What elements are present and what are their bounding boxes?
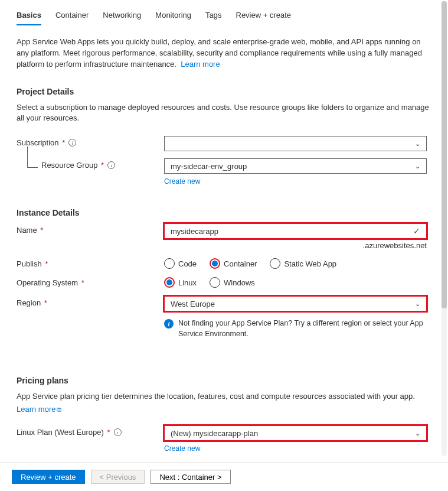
tab-tags[interactable]: Tags: [205, 8, 221, 25]
name-suffix: .azurewebsites.net: [164, 241, 427, 250]
external-link-icon: ⧉: [57, 406, 61, 414]
publish-radio-group: Code Container Static Web App: [164, 257, 427, 269]
chevron-down-icon: ⌄: [415, 300, 420, 308]
review-create-button[interactable]: Review + create: [12, 470, 85, 484]
subscription-select[interactable]: ⌄: [164, 136, 427, 151]
radio-icon: [210, 277, 220, 288]
region-select[interactable]: West Europe ⌄: [164, 296, 427, 311]
info-icon[interactable]: i: [114, 428, 122, 436]
tab-networking[interactable]: Networking: [103, 8, 141, 25]
indent-bracket-icon: [27, 147, 38, 168]
name-input[interactable]: mysidecarapp ✓: [164, 223, 427, 239]
plan-label: Linux Plan (West Europe) * i: [17, 425, 164, 437]
instance-details-heading: Instance Details: [17, 208, 434, 217]
publish-code-option[interactable]: Code: [164, 258, 197, 269]
tab-monitoring[interactable]: Monitoring: [155, 8, 191, 25]
publish-container-option[interactable]: Container: [210, 258, 257, 269]
create-new-rg-link[interactable]: Create new: [164, 177, 427, 186]
pricing-heading: Pricing plans: [17, 376, 434, 385]
radio-selected-icon: [164, 277, 175, 288]
info-icon: i: [164, 319, 174, 329]
previous-button: < Previous: [91, 470, 145, 484]
project-details-heading: Project Details: [17, 87, 434, 96]
region-label: Region *: [17, 296, 164, 307]
radio-selected-icon: [210, 258, 220, 269]
pricing-learn-more-link[interactable]: Learn more: [17, 405, 55, 414]
radio-icon: [270, 258, 280, 269]
scrollbar[interactable]: [442, 1, 447, 456]
os-radio-group: Linux Windows: [164, 276, 427, 288]
resource-group-select[interactable]: my-sidecar-env_group ⌄: [164, 158, 427, 174]
learn-more-link[interactable]: Learn more: [181, 60, 220, 69]
checkmark-icon: ✓: [413, 226, 420, 236]
chevron-down-icon: ⌄: [415, 162, 420, 170]
create-new-plan-link[interactable]: Create new: [164, 444, 427, 453]
subscription-label: Subscription * i: [17, 136, 164, 147]
resource-group-label: Resource Group * i: [17, 158, 164, 170]
chevron-down-icon: ⌄: [415, 430, 420, 437]
name-label: Name *: [17, 223, 164, 235]
publish-label: Publish *: [17, 257, 164, 268]
tab-basics[interactable]: Basics: [17, 8, 41, 25]
tabs: Basics Container Networking Monitoring T…: [17, 8, 434, 26]
intro-text: App Service Web Apps lets you quickly bu…: [17, 37, 434, 70]
tab-review[interactable]: Review + create: [236, 8, 292, 25]
next-button[interactable]: Next : Container >: [151, 470, 230, 484]
region-hint: Not finding your App Service Plan? Try a…: [178, 318, 427, 339]
scrollbar-thumb[interactable]: [442, 1, 447, 308]
publish-static-option[interactable]: Static Web App: [270, 258, 336, 269]
os-windows-option[interactable]: Windows: [210, 277, 255, 288]
os-label: Operating System *: [17, 276, 164, 287]
info-icon[interactable]: i: [68, 139, 76, 147]
plan-select[interactable]: (New) mysidecarapp-plan ⌄: [164, 425, 427, 441]
tab-container[interactable]: Container: [55, 8, 89, 25]
pricing-desc: App Service plan pricing tier determines…: [17, 391, 434, 402]
project-details-desc: Select a subscription to manage deployed…: [17, 102, 434, 125]
info-icon[interactable]: i: [107, 161, 115, 169]
chevron-down-icon: ⌄: [415, 140, 420, 148]
footer: Review + create < Previous Next : Contai…: [0, 462, 448, 491]
radio-icon: [164, 258, 175, 269]
os-linux-option[interactable]: Linux: [164, 277, 197, 288]
